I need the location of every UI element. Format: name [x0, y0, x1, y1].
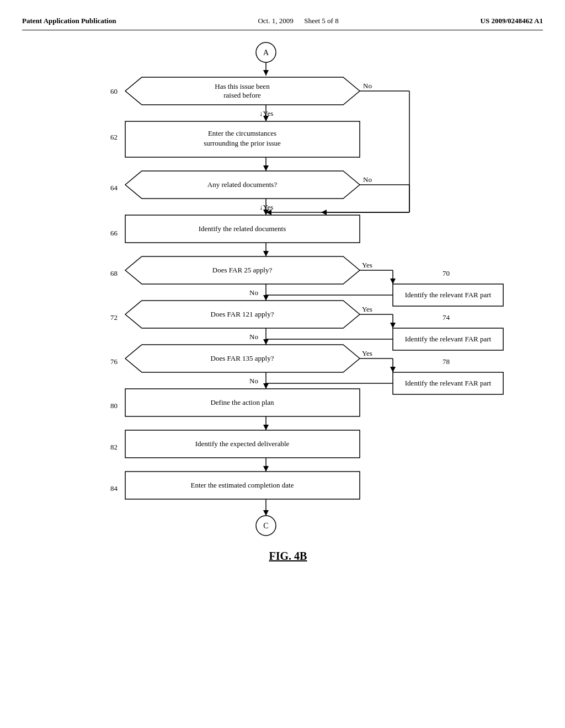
- date-label: Oct. 1, 2009: [258, 17, 293, 25]
- svg-text:Identify the relevant FAR part: Identify the relevant FAR part: [405, 335, 492, 343]
- svg-text:Identify the expected delivera: Identify the expected deliverable: [195, 440, 290, 448]
- svg-text:raised before: raised before: [223, 91, 261, 99]
- svg-text:No: No: [249, 377, 258, 385]
- sheet-label: Sheet 5 of 8: [304, 17, 338, 25]
- svg-text:No: No: [249, 288, 258, 297]
- flowchart: A 60 Has this issue been raised before N…: [45, 36, 520, 687]
- svg-text:Identify the relevant FAR part: Identify the relevant FAR part: [405, 291, 492, 299]
- svg-text:Does FAR 121 apply?: Does FAR 121 apply?: [211, 310, 274, 318]
- header-center: Oct. 1, 2009 Sheet 5 of 8: [258, 17, 338, 25]
- svg-marker-65: [263, 339, 269, 345]
- svg-text:60: 60: [110, 87, 118, 95]
- svg-text:76: 76: [110, 357, 118, 366]
- svg-text:C: C: [263, 522, 268, 530]
- header-right: US 2009/0248462 A1: [481, 17, 543, 25]
- svg-text:Identify the related documents: Identify the related documents: [199, 224, 286, 233]
- svg-text:Enter the circumstances: Enter the circumstances: [208, 129, 276, 137]
- svg-marker-19: [263, 165, 269, 171]
- svg-text:Enter the estimated completion: Enter the estimated completion date: [191, 481, 294, 489]
- svg-text:Has this issue been: Has this issue been: [215, 82, 270, 90]
- svg-text:78: 78: [443, 357, 450, 366]
- svg-text:72: 72: [110, 313, 118, 322]
- svg-text:FIG. 4B: FIG. 4B: [269, 550, 307, 562]
- svg-text:74: 74: [443, 313, 450, 322]
- svg-text:64: 64: [110, 184, 118, 192]
- svg-text:Yes: Yes: [362, 305, 372, 313]
- svg-marker-58: [390, 323, 396, 328]
- svg-text:No: No: [249, 333, 258, 341]
- svg-text:Yes: Yes: [362, 349, 372, 357]
- svg-marker-79: [263, 383, 269, 389]
- page: Patent Application Publication Oct. 1, 2…: [0, 0, 565, 728]
- svg-text:70: 70: [443, 269, 450, 277]
- svg-text:Define the action plan: Define the action plan: [210, 398, 274, 406]
- svg-text:surrounding the prior issue: surrounding the prior issue: [204, 139, 281, 147]
- svg-marker-3: [263, 70, 269, 76]
- svg-text:No: No: [363, 82, 372, 90]
- svg-marker-89: [263, 466, 269, 472]
- svg-text:Does FAR 135 apply?: Does FAR 135 apply?: [211, 354, 274, 362]
- svg-text:Yes: Yes: [362, 261, 372, 269]
- svg-text:66: 66: [110, 229, 118, 237]
- patent-number: US 2009/0248462 A1: [481, 17, 543, 25]
- publication-label: Patent Application Publication: [22, 17, 116, 25]
- svg-text:62: 62: [110, 133, 118, 141]
- diagram-svg: A 60 Has this issue been raised before N…: [45, 36, 520, 687]
- svg-text:Any related documents?: Any related documents?: [207, 180, 278, 189]
- svg-marker-51: [263, 295, 269, 301]
- svg-text:No: No: [363, 175, 372, 184]
- svg-marker-84: [263, 425, 269, 430]
- svg-text:A: A: [263, 49, 269, 57]
- svg-text:Does FAR 25 apply?: Does FAR 25 apply?: [212, 266, 273, 274]
- svg-marker-37: [263, 251, 269, 256]
- svg-marker-29: [321, 210, 327, 215]
- svg-text:84: 84: [110, 484, 118, 493]
- svg-marker-72: [390, 367, 396, 372]
- svg-text:82: 82: [110, 443, 118, 451]
- svg-text:68: 68: [110, 269, 118, 277]
- svg-marker-44: [390, 279, 396, 284]
- svg-text:Identify the relevant FAR part: Identify the relevant FAR part: [405, 379, 492, 387]
- header-left: Patent Application Publication: [22, 17, 116, 25]
- svg-marker-94: [263, 510, 269, 516]
- svg-text:80: 80: [110, 402, 118, 410]
- header: Patent Application Publication Oct. 1, 2…: [22, 17, 543, 30]
- svg-marker-13: [263, 116, 269, 121]
